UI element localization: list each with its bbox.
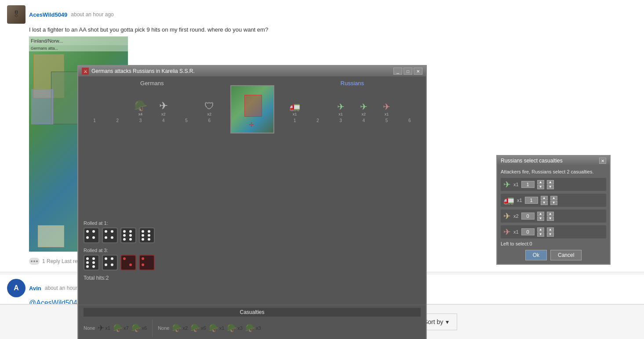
dialog-unit-1-qty[interactable]: [521, 181, 535, 188]
dot-1c: [86, 236, 89, 239]
def-tank-count: x1: [293, 112, 297, 116]
username-aceswild[interactable]: AcesWild5049: [29, 11, 67, 18]
def-fig1-icon: ✈: [337, 101, 345, 112]
dialog-body: Attackers fire, Russians select 2 casual…: [497, 166, 610, 264]
battle-area: Germans 🪖 x4 ✈ x2: [78, 76, 426, 217]
attacker-label: Germans: [82, 80, 222, 87]
dialog-buttons: Ok Cancel: [501, 250, 606, 260]
unit-col6-att: 🛡 x2: [198, 90, 220, 116]
dot-1a: [86, 230, 89, 233]
dialog-unit-2-down2[interactable]: ▼: [550, 201, 557, 205]
left-to-select: Left to select:0: [501, 241, 606, 246]
dialog-unit-4-qty[interactable]: [521, 228, 535, 235]
def-inf3-icon: 🪖: [227, 323, 236, 333]
close-button[interactable]: ✕: [414, 68, 422, 75]
username-avin[interactable]: Avin: [29, 285, 41, 292]
att-inf2-icon: 🪖: [131, 323, 141, 333]
def-col6: [399, 90, 421, 116]
dialog-unit-3-down[interactable]: ▼: [537, 216, 544, 221]
dialog-unit-3-arrows2: ▲ ▼: [547, 212, 554, 221]
def-col1: 🚛 x1: [284, 90, 306, 116]
dialog-unit-2-down[interactable]: ▼: [541, 201, 548, 205]
game-title: Germans attacks Russians in Karelia S.S.…: [91, 68, 195, 74]
dialog-unit-1-down[interactable]: ▼: [537, 185, 544, 189]
dialog-cancel-button[interactable]: Cancel: [550, 250, 582, 260]
dot-7b: [129, 263, 132, 266]
def-col3: ✈ x1: [330, 90, 352, 116]
reply-dot-3: [36, 260, 38, 262]
dialog-unit-4-down[interactable]: ▼: [537, 232, 544, 237]
tank-icon: 🛡: [204, 101, 214, 112]
dialog-unit-2-qty[interactable]: [525, 197, 538, 204]
minimize-button[interactable]: _: [393, 68, 402, 75]
dialog-unit-4-count: x1: [513, 229, 519, 234]
mini-map: ✛: [230, 85, 274, 133]
dot-4c: [142, 234, 144, 237]
dialog-unit-2-up[interactable]: ▲: [541, 196, 548, 200]
sort-chevron: ▾: [446, 318, 449, 325]
dice-area: Rolled at 1:: [78, 217, 426, 305]
def-inf4-count: x3: [256, 325, 261, 331]
maximize-button[interactable]: □: [404, 68, 412, 75]
att-cas-fighter: ✈ x1: [98, 323, 110, 333]
fighter-count: x2: [161, 112, 166, 116]
def-inf2-count: x6: [201, 325, 206, 331]
dot-3b: [129, 230, 132, 233]
center-map: ✛: [226, 76, 279, 217]
dialog-unit-3-up2[interactable]: ▲: [547, 212, 554, 216]
dialog-unit-4-up[interactable]: ▲: [537, 227, 544, 232]
dot-3f: [129, 238, 132, 241]
dialog-unit-3-up[interactable]: ▲: [537, 212, 544, 216]
dialog-unit-row-2: 🚛 x1 ▲ ▼ ▲ ▼: [501, 194, 606, 207]
dot-8b: [142, 263, 144, 266]
dialog-unit-2-arrows2: ▲ ▼: [550, 196, 557, 205]
territory-highlight: [244, 95, 262, 117]
dialog-unit-1-up[interactable]: ▲: [537, 180, 544, 184]
unit-col1-att: [84, 90, 106, 116]
dot-8empty: [148, 257, 150, 260]
dialog-unit-3-count: x2: [513, 213, 519, 219]
def-cas-fig1: 🪖 x1: [209, 323, 225, 333]
dialog-unit-3-down2[interactable]: ▼: [547, 216, 554, 221]
dialog-unit-4-icon: ✈: [503, 227, 511, 237]
rolls-panel: Rolled at 1:: [78, 217, 426, 305]
dice-row-3: [84, 255, 421, 270]
defender-panel: Russians 🚛 x1 ✈ x1 ✈ x2: [279, 76, 426, 217]
dialog-unit-4-up2[interactable]: ▲: [547, 227, 554, 232]
dot-1d: [92, 236, 95, 239]
reply-dots: [29, 258, 40, 265]
dialog-unit-1-count: x1: [513, 182, 519, 187]
reply-dot-1: [31, 260, 33, 262]
defender-label: Russians: [282, 80, 423, 87]
casualties-area: Casualties None ✈ x1 🪖 x7: [78, 305, 426, 339]
dialog-unit-2-count: x1: [517, 198, 522, 203]
att-fighter-icon: ✈: [98, 323, 104, 333]
dot-3a: [123, 230, 126, 233]
def-cas-inf4: 🪖 x3: [245, 323, 261, 333]
game-icon: ⚔: [82, 68, 89, 75]
dialog-unit-3-qty[interactable]: [521, 213, 535, 220]
roll-label-3: Rolled at 3:: [84, 248, 421, 253]
die-5: [84, 255, 99, 270]
dialog-unit-4-down2[interactable]: ▼: [547, 232, 554, 237]
dialog-titlebar: Russians select casualties ✕: [497, 156, 610, 166]
dot-3c: [123, 234, 126, 237]
die-3: [120, 227, 136, 243]
dot-6d: [111, 263, 113, 266]
tank-count: x2: [207, 112, 212, 116]
dialog-ok-button[interactable]: Ok: [525, 250, 547, 260]
dialog-unit-1-up2[interactable]: ▲: [547, 180, 554, 184]
dialog-unit-2-up2[interactable]: ▲: [550, 196, 557, 200]
dialog-unit-1-down2[interactable]: ▼: [547, 185, 554, 189]
def-inf4-icon: 🪖: [245, 323, 255, 333]
reply-dot-2: [33, 260, 35, 262]
def-fig2-count: x2: [362, 112, 366, 116]
att-inf1-count: x7: [124, 325, 129, 331]
att-cas-inf2: 🪖 x6: [131, 323, 147, 333]
dialog-title: Russians select casualties: [501, 158, 563, 164]
dialog-close-button[interactable]: ✕: [599, 158, 606, 164]
def-cas-inf1: 🪖 x2: [172, 323, 188, 333]
dot-5c: [86, 261, 89, 264]
map-label-norway: Finland/Norw...: [29, 36, 128, 45]
def-fig3-count: x1: [385, 112, 389, 116]
